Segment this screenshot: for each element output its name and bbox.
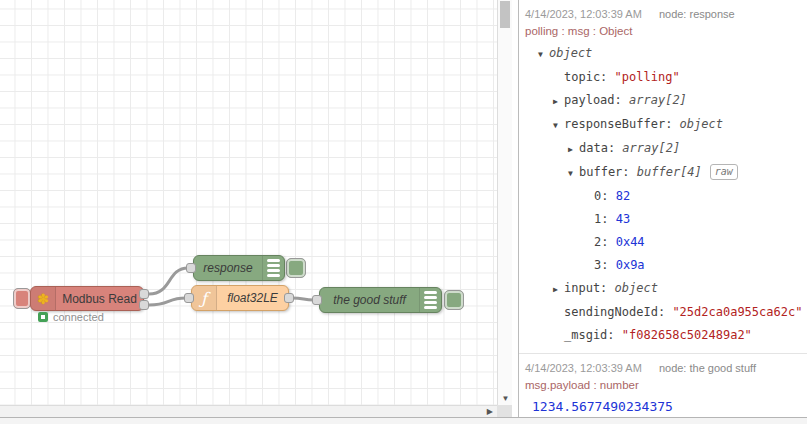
property-key: _msgid: [564, 328, 622, 342]
node-modbus-read[interactable]: ✽ Modbus Read [30, 286, 144, 311]
expand-toggle-icon[interactable]: ▶ [568, 138, 579, 161]
debug-tree-row: 0: 82 [525, 185, 807, 208]
property-value: 82 [616, 189, 630, 203]
function-input-port[interactable] [184, 293, 194, 303]
property-value: "25d2ca0a955ca62c" [672, 305, 802, 319]
property-key: topic: [564, 70, 615, 84]
property-key: sendingNodeId: [564, 305, 672, 319]
status-ring-icon [38, 312, 48, 322]
property-key: buffer: [579, 165, 637, 179]
expand-toggle-icon[interactable]: ▶ [553, 90, 564, 113]
status-text: connected [53, 311, 104, 323]
node-the-good-stuff[interactable]: the good stuff [319, 287, 442, 313]
debug-message-header: 4/14/2023, 12:03:39 AM node: response [525, 8, 807, 20]
message-path: msg.payload : number [525, 379, 807, 391]
timestamp: 4/14/2023, 12:03:39 AM [525, 362, 642, 374]
node-label: the good stuff [320, 293, 419, 307]
debug-sidebar-icon [419, 288, 441, 312]
scrollbar-corner [497, 405, 512, 417]
modbus-status: connected [38, 311, 104, 323]
debug-tree-row: topic: "polling" [525, 66, 807, 89]
debug-tree-row: ▼object [525, 42, 807, 66]
debug-message-tree: ▼objecttopic: "polling"▶payload: array[2… [525, 42, 807, 347]
vertical-scrollbar-thumb[interactable] [500, 1, 510, 28]
node-response[interactable]: response [193, 255, 285, 281]
expand-toggle-icon[interactable]: ▼ [553, 114, 564, 137]
debug-sidebar[interactable]: 4/14/2023, 12:03:39 AM node: response po… [519, 0, 807, 417]
source-node[interactable]: node: the good stuff [659, 362, 756, 374]
property-key: 3: [594, 258, 616, 272]
property-value: object [680, 117, 723, 131]
scroll-right-icon[interactable]: ▶ [487, 407, 493, 416]
property-key: payload: [564, 93, 629, 107]
property-value: 43 [616, 212, 630, 226]
sidebar-resize-handle[interactable] [512, 0, 519, 417]
debug-sidebar-icon [262, 256, 284, 280]
node-label: Modbus Read [56, 292, 143, 306]
scroll-down-icon[interactable]: ▼ [498, 394, 513, 403]
property-value: "f082658c502489a2" [622, 328, 752, 342]
function-output-port[interactable] [284, 293, 294, 303]
wire-function-to-debug [292, 298, 314, 300]
vertical-scrollbar[interactable]: ▼ [497, 0, 512, 405]
debug-tree-row: _msgid: "f082658c502489a2" [525, 324, 807, 347]
debug-tree-row: 2: 0x44 [525, 231, 807, 254]
node-label: float32LE [217, 291, 288, 305]
function-icon: ƒ [192, 286, 217, 310]
expand-toggle-icon[interactable]: ▼ [568, 162, 579, 185]
wire-modbus-to-response [149, 268, 188, 294]
wire-modbus-to-function [149, 298, 186, 305]
wires-layer [0, 0, 497, 405]
debug-message-header: 4/14/2023, 12:03:39 AM node: the good st… [525, 362, 807, 374]
good-stuff-input-port[interactable] [312, 295, 322, 305]
debug-tree-row: 3: 0x9a [525, 254, 807, 277]
modbus-read-button[interactable] [13, 288, 31, 309]
property-key: 2: [594, 235, 616, 249]
timestamp: 4/14/2023, 12:03:39 AM [525, 8, 642, 20]
property-value: array[2] [629, 93, 687, 107]
node-red-window: ✽ Modbus Read connected response ƒ float… [0, 0, 807, 424]
modbus-icon: ✽ [31, 287, 56, 310]
property-value: object [615, 281, 658, 295]
debug-tree-row: ▶input: object [525, 277, 807, 301]
debug-toggle-button-response[interactable] [286, 258, 306, 278]
property-value: 0x44 [616, 235, 645, 249]
node-float32le[interactable]: ƒ float32LE [191, 285, 289, 311]
property-key: 1: [594, 212, 616, 226]
response-input-port[interactable] [186, 263, 196, 273]
property-key: responseBuffer: [564, 117, 680, 131]
message-path: polling : msg : Object [525, 25, 807, 37]
property-value: 0x9a [616, 258, 645, 272]
expand-toggle-icon[interactable]: ▼ [538, 43, 549, 66]
debug-tree-row: 1: 43 [525, 208, 807, 231]
debug-tree-row: ▼responseBuffer: object [525, 113, 807, 137]
property-value: buffer[4] [637, 165, 702, 179]
debug-message[interactable]: 4/14/2023, 12:03:39 AM node: response po… [519, 0, 807, 354]
property-value: "polling" [615, 70, 680, 84]
property-key: input: [564, 281, 615, 295]
property-key: data: [579, 141, 622, 155]
property-value: object [549, 46, 592, 60]
bottom-edge [0, 417, 807, 424]
property-key: 0: [594, 189, 616, 203]
debug-tree-row: ▼buffer: buffer[4]raw [525, 161, 807, 185]
debug-tree-row: ▶payload: array[2] [525, 89, 807, 113]
modbus-output-port-2[interactable] [139, 300, 149, 310]
source-node[interactable]: node: response [659, 8, 735, 20]
debug-tree-row: sendingNodeId: "25d2ca0a955ca62c" [525, 301, 807, 324]
horizontal-scrollbar[interactable]: ▶ [0, 405, 497, 417]
payload-value: 1234.5677490234375 [525, 396, 807, 416]
expand-toggle-icon[interactable]: ▶ [553, 278, 564, 301]
property-value: array[2] [622, 141, 680, 155]
node-label: response [194, 261, 262, 275]
debug-tree-row: ▶data: array[2] [525, 137, 807, 161]
raw-toggle-button[interactable]: raw [710, 164, 738, 180]
debug-message[interactable]: 4/14/2023, 12:03:39 AM node: the good st… [519, 354, 807, 417]
flow-canvas[interactable]: ✽ Modbus Read connected response ƒ float… [0, 0, 497, 405]
debug-toggle-button-good-stuff[interactable] [444, 290, 464, 310]
modbus-output-port-1[interactable] [139, 289, 149, 299]
